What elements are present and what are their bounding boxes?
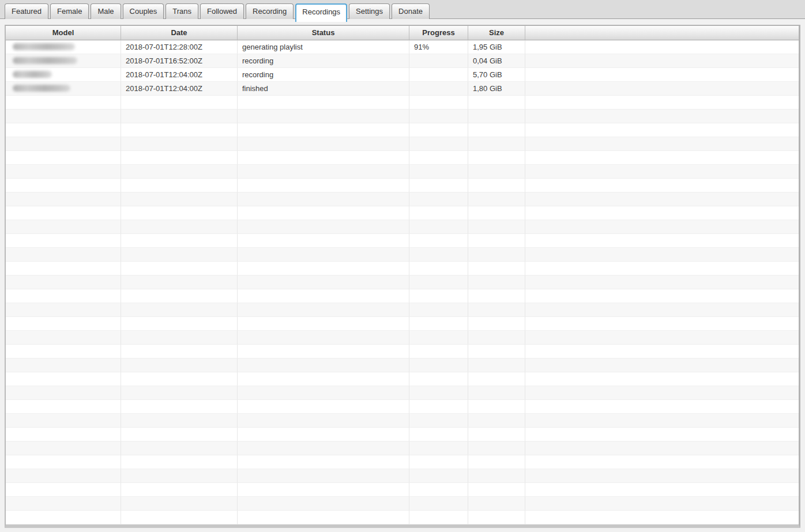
cell-date xyxy=(121,303,238,317)
cell-status: recording xyxy=(238,54,409,68)
column-header-progress[interactable]: Progress xyxy=(409,26,468,40)
column-header-model[interactable]: Model xyxy=(6,26,121,40)
cell-progress xyxy=(409,137,468,151)
cell-status: finished xyxy=(238,82,409,96)
recording-row[interactable]: 2018-07-01T16:52:00Zrecording0,04 GiB xyxy=(6,54,799,68)
cell-progress xyxy=(409,151,468,165)
table-empty-row xyxy=(6,428,799,442)
cell-status xyxy=(238,331,409,345)
cell-date xyxy=(121,248,238,262)
recording-row[interactable]: 2018-07-01T12:28:00Zgenerating playlist9… xyxy=(6,40,799,54)
cell-progress xyxy=(409,248,468,262)
cell-status xyxy=(238,123,409,137)
cell-model xyxy=(6,110,121,123)
cell-status xyxy=(238,303,409,317)
table-empty-row xyxy=(6,511,799,525)
cell-extra xyxy=(525,442,799,455)
cell-extra xyxy=(525,165,799,179)
cell-date xyxy=(121,220,238,234)
tab-couples[interactable]: Couples xyxy=(123,3,164,19)
table-empty-row xyxy=(6,414,799,428)
cell-extra xyxy=(525,386,799,400)
tab-settings[interactable]: Settings xyxy=(349,3,390,19)
tab-trans[interactable]: Trans xyxy=(165,3,198,19)
tab-donate[interactable]: Donate xyxy=(392,3,430,19)
cell-model xyxy=(6,386,121,400)
cell-progress xyxy=(409,511,468,525)
column-header-size[interactable]: Size xyxy=(468,26,525,40)
cell-date xyxy=(121,234,238,248)
cell-model xyxy=(6,68,121,82)
cell-extra xyxy=(525,137,799,151)
cell-extra xyxy=(525,206,799,220)
table-empty-row xyxy=(6,331,799,345)
cell-date xyxy=(121,96,238,110)
cell-status xyxy=(238,206,409,220)
cell-model xyxy=(6,289,121,303)
table-empty-row xyxy=(6,206,799,220)
tab-recording[interactable]: Recording xyxy=(246,3,294,19)
column-header-status[interactable]: Status xyxy=(238,26,409,40)
cell-status xyxy=(238,428,409,442)
table-empty-row xyxy=(6,123,799,137)
cell-model xyxy=(6,123,121,137)
table-empty-row xyxy=(6,289,799,303)
tab-male[interactable]: Male xyxy=(91,3,121,19)
cell-status xyxy=(238,386,409,400)
cell-date xyxy=(121,317,238,331)
cell-progress xyxy=(409,276,468,289)
cell-status xyxy=(238,359,409,372)
cell-size xyxy=(468,123,525,137)
tab-female[interactable]: Female xyxy=(50,3,89,19)
cell-progress xyxy=(409,414,468,428)
table-empty-row xyxy=(6,234,799,248)
cell-extra xyxy=(525,469,799,483)
recording-row[interactable]: 2018-07-01T12:04:00Zrecording5,70 GiB xyxy=(6,68,799,82)
cell-extra xyxy=(525,193,799,206)
cell-progress xyxy=(409,179,468,193)
cell-progress xyxy=(409,234,468,248)
cell-model xyxy=(6,303,121,317)
tab-featured[interactable]: Featured xyxy=(5,3,48,19)
cell-status xyxy=(238,248,409,262)
tab-recordings[interactable]: Recordings xyxy=(295,3,347,22)
cell-extra xyxy=(525,428,799,442)
model-name-redacted xyxy=(13,43,75,50)
cell-extra xyxy=(525,497,799,511)
table-header-row: Model Date Status Progress Size xyxy=(6,26,799,40)
cell-status xyxy=(238,455,409,469)
cell-model xyxy=(6,414,121,428)
table-empty-row xyxy=(6,193,799,206)
table-empty-row xyxy=(6,372,799,386)
cell-status xyxy=(238,137,409,151)
cell-size xyxy=(468,511,525,525)
cell-size xyxy=(468,345,525,359)
cell-progress xyxy=(409,96,468,110)
table-empty-row xyxy=(6,345,799,359)
cell-date xyxy=(121,206,238,220)
cell-size xyxy=(468,331,525,345)
cell-size xyxy=(468,483,525,497)
table-empty-row xyxy=(6,110,799,123)
cell-extra xyxy=(525,511,799,525)
cell-extra xyxy=(525,345,799,359)
cell-size xyxy=(468,179,525,193)
cell-status xyxy=(238,497,409,511)
table-empty-row xyxy=(6,137,799,151)
recordings-table: Model Date Status Progress Size 2018-07-… xyxy=(5,25,800,528)
cell-extra xyxy=(525,276,799,289)
recording-row[interactable]: 2018-07-01T12:04:00Zfinished1,80 GiB xyxy=(6,82,799,96)
cell-size xyxy=(468,303,525,317)
cell-status xyxy=(238,483,409,497)
cell-size xyxy=(468,248,525,262)
cell-size xyxy=(468,220,525,234)
column-header-date[interactable]: Date xyxy=(121,26,238,40)
table-empty-row xyxy=(6,359,799,372)
cell-progress xyxy=(409,303,468,317)
table-empty-row xyxy=(6,151,799,165)
cell-status xyxy=(238,220,409,234)
tab-followed[interactable]: Followed xyxy=(200,3,244,19)
table-empty-row xyxy=(6,442,799,455)
cell-extra xyxy=(525,179,799,193)
cell-date xyxy=(121,428,238,442)
